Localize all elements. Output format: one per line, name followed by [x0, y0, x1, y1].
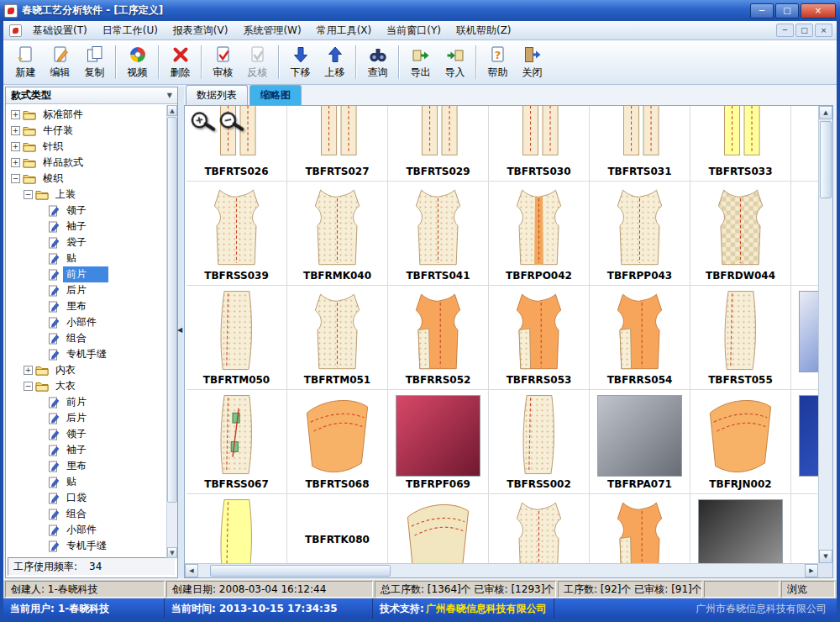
toolbar-button-search[interactable]: 查询 — [360, 42, 395, 82]
tree-item-样品款式[interactable]: +样品款式 — [8, 155, 165, 171]
tree-item-专机手缝[interactable]: 专机手缝 — [8, 538, 165, 554]
horizontal-scroll-thumb[interactable] — [210, 565, 391, 577]
zoom-out-icon[interactable] — [218, 109, 244, 139]
toolbar-button-video[interactable]: 视频 — [120, 42, 155, 82]
toolbar-button-close[interactable]: 关闭 — [515, 42, 549, 82]
thumbnail-cell-TBFRSS067[interactable]: TBFRSS067 — [186, 390, 287, 494]
menu-item-7[interactable]: 联机帮助(Z) — [449, 22, 519, 39]
scroll-left-icon[interactable]: ◀ — [185, 564, 198, 577]
tree-item-专机手缝[interactable]: 专机手缝 — [8, 346, 165, 362]
thumbnail-cell-TBFRTM050[interactable]: TBFRTM050 — [186, 286, 287, 390]
minimize-button[interactable]: ─ — [750, 3, 774, 18]
vertical-scroll-thumb[interactable] — [820, 121, 832, 198]
splitter[interactable]: ◀ — [178, 87, 184, 578]
thumbnail-cell-TBFRPO042[interactable]: TBFRPO042 — [489, 182, 590, 286]
toolbar-button-delete[interactable]: 删除 — [163, 42, 197, 82]
scroll-up-icon[interactable]: ▲ — [167, 105, 177, 116]
thumbnail-cell-r5c7[interactable] — [791, 494, 818, 563]
thumbnail-cell-TBFRPP043[interactable]: TBFRPP043 — [590, 182, 690, 286]
collapse-box-icon[interactable]: − — [11, 174, 20, 183]
tree-item-前片[interactable]: 前片 — [8, 266, 165, 282]
expand-box-icon[interactable]: + — [11, 110, 20, 119]
tree-scroll-thumb[interactable] — [167, 117, 177, 503]
thumbnail-cell-TBFRTK080[interactable]: TBFRTK080 — [287, 494, 388, 563]
tree-item-梭织[interactable]: −梭织 — [8, 171, 165, 187]
thumbnail-cell-r5c5[interactable] — [590, 494, 690, 563]
expand-box-icon[interactable]: + — [24, 366, 33, 375]
tree-item-小部件[interactable]: 小部件 — [8, 314, 165, 330]
thumbnail-cell-r5c6[interactable] — [690, 494, 791, 563]
tree-item-里布[interactable]: 里布 — [8, 458, 165, 474]
toolbar-button-new[interactable]: 新建 — [8, 42, 43, 82]
tree-item-领子[interactable]: 领子 — [8, 203, 165, 219]
collapse-box-icon[interactable]: − — [24, 382, 33, 391]
toolbar-button-copy[interactable]: 复制 — [77, 42, 112, 82]
tree-item-领子[interactable]: 领子 — [8, 426, 165, 442]
tab-thumbnail[interactable]: 缩略图 — [249, 85, 302, 105]
tree-item-袖子[interactable]: 袖子 — [8, 219, 165, 235]
thumbnail-cell-TBFRPF069[interactable]: TBFRPF069 — [388, 390, 489, 494]
restore-button[interactable]: □ — [775, 3, 799, 18]
tree-item-小部件[interactable]: 小部件 — [8, 522, 165, 538]
thumbnail-cell-TBFRTS068[interactable]: TBFRTS068 — [287, 390, 388, 494]
tree-item-口袋[interactable]: 口袋 — [8, 490, 165, 506]
thumbnail-cell-r2c7[interactable] — [791, 182, 818, 286]
thumbnail-cell-TBFRJN002[interactable]: TBFRJN002 — [690, 390, 791, 494]
thumbnail-cell-r4c7[interactable] — [791, 390, 818, 494]
scroll-down-icon[interactable]: ▼ — [167, 547, 177, 558]
tree-item-标准部件[interactable]: +标准部件 — [8, 107, 165, 123]
menu-item-4[interactable]: 系统管理(W) — [235, 22, 308, 39]
tree-item-里布[interactable]: 里布 — [8, 298, 165, 314]
thumbnail-cell-TBFRSS002[interactable]: TBFRSS002 — [489, 390, 590, 494]
tree-item-贴[interactable]: 贴 — [8, 474, 165, 490]
tree-item-牛仔装[interactable]: +牛仔装 — [8, 123, 165, 139]
toolbar-button-help[interactable]: ?帮助 — [480, 42, 515, 82]
thumbnail-cell-TBFRTS041[interactable]: TBFRTS041 — [388, 182, 489, 286]
thumbnail-cell-TBFRTS029[interactable]: TBFRTS029 — [388, 106, 489, 182]
mdi-minimize-button[interactable]: ─ — [776, 24, 794, 37]
toolbar-button-move-down[interactable]: 下移 — [283, 42, 318, 82]
tree-item-组合[interactable]: 组合 — [8, 330, 165, 346]
tree-item-贴[interactable]: 贴 — [8, 250, 165, 266]
thumbnail-cell-r5c3[interactable] — [388, 494, 489, 563]
thumbnail-cell-TBFRRS052[interactable]: TBFRRS052 — [388, 286, 489, 390]
expand-box-icon[interactable]: + — [11, 126, 20, 135]
tree-item-袖子[interactable]: 袖子 — [8, 442, 165, 458]
menu-item-6[interactable]: 当前窗口(Y) — [379, 22, 449, 39]
toolbar-button-audit[interactable]: 审核 — [206, 42, 240, 82]
thumbnail-cell-r1c7[interactable] — [791, 106, 818, 182]
toolbar-button-import[interactable]: 导入 — [438, 42, 472, 82]
thumbnail-cell-TBFRTS033[interactable]: TBFRTS033 — [690, 106, 791, 182]
horizontal-scrollbar[interactable]: ◀ ▶ — [185, 563, 818, 577]
vertical-scrollbar[interactable]: ▲ ▼ — [818, 106, 832, 563]
expand-box-icon[interactable]: + — [11, 158, 20, 167]
expand-box-icon[interactable]: + — [11, 142, 20, 151]
thumbnail-cell-TBFRRS054[interactable]: TBFRRS054 — [590, 286, 690, 390]
tree-item-大衣[interactable]: −大衣 — [8, 378, 165, 394]
thumbnail-cell-TBFRMK040[interactable]: TBFRMK040 — [287, 182, 388, 286]
tree-item-上装[interactable]: −上装 — [8, 187, 165, 203]
zoom-in-icon[interactable] — [189, 109, 216, 139]
tree-item-后片[interactable]: 后片 — [8, 282, 165, 298]
thumbnail-cell-TBFRPA071[interactable]: TBFRPA071 — [590, 390, 690, 494]
thumbnail-cell-TBFRTS027[interactable]: TBFRTS027 — [287, 106, 388, 182]
tree-item-内衣[interactable]: +内衣 — [8, 362, 165, 378]
style-type-header[interactable]: 款式类型 ▼ — [6, 87, 177, 104]
thumbnail-cell-TBFRRS053[interactable]: TBFRRS053 — [489, 286, 590, 390]
menu-item-5[interactable]: 常用工具(X) — [309, 22, 380, 39]
toolbar-button-edit[interactable]: 编辑 — [43, 42, 77, 82]
menu-item-1[interactable]: 基础设置(T) — [25, 22, 95, 39]
menu-item-3[interactable]: 报表查询(V) — [165, 22, 236, 39]
scroll-up-icon[interactable]: ▲ — [819, 106, 832, 119]
mdi-close-button[interactable]: × — [815, 24, 832, 37]
tree-item-针织[interactable]: +针织 — [8, 139, 165, 155]
tree-scrollbar[interactable]: ▲ ▼ — [166, 105, 177, 558]
thumbnail-cell-r5c4[interactable] — [489, 494, 590, 563]
mdi-restore-button[interactable]: □ — [795, 24, 813, 37]
thumbnail-cell-TBFRSS039[interactable]: TBFRSS039 — [186, 182, 287, 286]
scroll-right-icon[interactable]: ▶ — [805, 564, 818, 577]
toolbar-button-export[interactable]: 导出 — [403, 42, 438, 82]
thumbnail-cell-r3c7[interactable] — [791, 286, 818, 390]
thumbnail-cell-TBFRTS031[interactable]: TBFRTS031 — [590, 106, 690, 182]
scroll-down-icon[interactable]: ▼ — [819, 550, 832, 563]
